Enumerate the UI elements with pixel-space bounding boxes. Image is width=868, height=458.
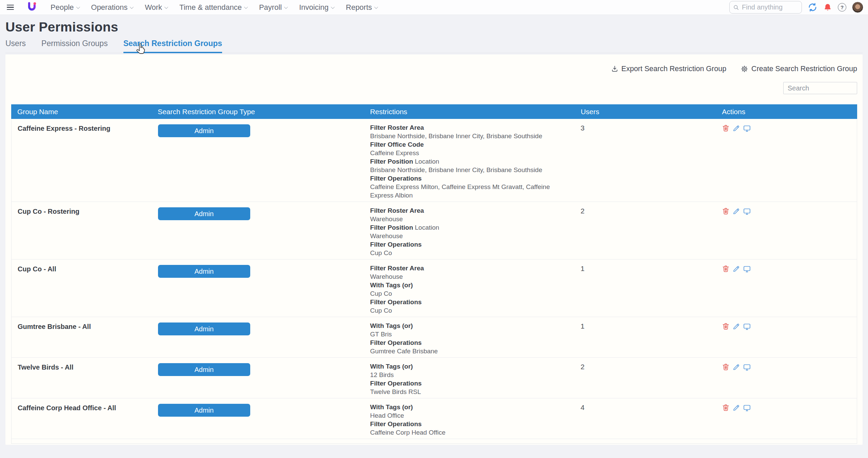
group-type-badge[interactable]: Admin — [158, 322, 250, 335]
export-search-restriction-group-button[interactable]: Export Search Restriction Group — [611, 65, 727, 73]
edit-button[interactable] — [732, 363, 740, 396]
delete-button[interactable] — [722, 404, 730, 437]
devices-button[interactable] — [743, 207, 751, 257]
restriction-label: Filter Office Code — [370, 140, 569, 149]
chevron-down-icon — [76, 5, 80, 8]
restriction-value: Warehouse — [370, 272, 569, 281]
devices-button[interactable] — [743, 322, 751, 355]
group-name: Gumtree Brisbane - All — [18, 321, 91, 331]
trash-icon — [722, 404, 730, 412]
restriction-value: Cup Co — [370, 249, 569, 257]
group-type-badge[interactable]: Admin — [158, 363, 250, 376]
edit-button[interactable] — [732, 124, 740, 200]
table-row: Twelve Birds - All Admin With Tags (or)1… — [12, 358, 857, 398]
global-search-input[interactable] — [742, 3, 796, 11]
hamburger-menu-icon[interactable] — [6, 3, 15, 11]
restriction-label: Filter Operations — [370, 420, 569, 428]
nav-item-people[interactable]: People — [51, 3, 79, 12]
global-search[interactable] — [729, 1, 802, 14]
users-count: 1 — [580, 264, 585, 273]
restrictions-cell: Filter Roster AreaBrisbane Northside, Br… — [364, 119, 575, 202]
monitor-icon — [743, 124, 751, 132]
column-header-restrictions: Restrictions — [364, 108, 574, 116]
pencil-icon — [732, 322, 740, 330]
restriction-value: Caffeine Express — [370, 149, 569, 157]
nav-item-time-attendance[interactable]: Time & attendance — [179, 3, 247, 12]
devices-button[interactable] — [743, 265, 751, 315]
nav-item-work[interactable]: Work — [145, 3, 167, 12]
restriction-label: With Tags (or) — [370, 281, 569, 289]
nav-item-invoicing[interactable]: Invoicing — [299, 3, 334, 12]
users-count: 2 — [580, 362, 585, 371]
row-actions — [716, 119, 857, 202]
table-row: Cup Co - Rostering Admin Filter Roster A… — [12, 202, 857, 259]
tab-bar: Users Permission Groups Search Restricti… — [5, 39, 863, 53]
nav-item-operations[interactable]: Operations — [91, 3, 133, 12]
trash-icon — [722, 265, 730, 273]
app-logo[interactable] — [26, 2, 38, 13]
create-button-label: Create Search Restriction Group — [751, 65, 857, 73]
chevron-down-icon — [331, 5, 335, 8]
edit-button[interactable] — [732, 207, 740, 257]
trash-icon — [722, 207, 730, 215]
notifications-button[interactable] — [823, 3, 832, 12]
column-header-users: Users — [575, 108, 716, 116]
monitor-icon — [743, 265, 751, 273]
restriction-label: With Tags (or) — [370, 403, 569, 411]
trash-icon — [722, 124, 730, 132]
tab-permission-groups[interactable]: Permission Groups — [41, 39, 108, 53]
table-row: Caffeine Corp Head Office - All Admin Wi… — [12, 398, 857, 439]
nav-item-payroll[interactable]: Payroll — [259, 3, 287, 12]
monitor-icon — [743, 207, 751, 215]
user-avatar[interactable] — [852, 2, 863, 13]
users-count: 2 — [580, 206, 585, 215]
main-menu: People Operations Work Time & attendance… — [51, 3, 377, 12]
tab-search-restriction-groups[interactable]: Search Restriction Groups — [123, 39, 222, 53]
group-type-badge[interactable]: Admin — [158, 265, 250, 278]
delete-button[interactable] — [722, 207, 730, 257]
group-type-badge[interactable]: Admin — [158, 207, 250, 220]
logo-u-icon — [26, 2, 38, 13]
column-header-group-name: Group Name — [11, 108, 152, 116]
group-type-badge[interactable]: Admin — [158, 404, 250, 417]
delete-button[interactable] — [722, 265, 730, 315]
devices-button[interactable] — [743, 404, 751, 437]
help-button[interactable]: ? — [838, 3, 846, 12]
delete-button[interactable] — [722, 363, 730, 396]
table-footer-strip — [12, 439, 857, 443]
row-actions — [716, 202, 857, 259]
toolbar: Export Search Restriction Group Create S… — [5, 55, 863, 74]
group-name: Caffeine Corp Head Office - All — [18, 403, 116, 412]
nav-item-reports[interactable]: Reports — [346, 3, 377, 12]
devices-button[interactable] — [743, 363, 751, 396]
sync-button[interactable] — [808, 2, 817, 12]
monitor-icon — [743, 404, 751, 412]
restriction-label: With Tags (or) — [370, 362, 569, 371]
restriction-label: Filter Position Location — [370, 157, 569, 166]
chevron-down-icon — [130, 5, 134, 8]
edit-button[interactable] — [732, 265, 740, 315]
restrictions-cell: With Tags (or)Head OfficeFilter Operatio… — [364, 398, 575, 439]
restriction-value: Gumtree Cafe Brisbane — [370, 347, 569, 355]
devices-button[interactable] — [743, 124, 751, 200]
delete-button[interactable] — [722, 322, 730, 355]
trash-icon — [722, 363, 730, 371]
search-icon — [733, 4, 739, 11]
edit-button[interactable] — [732, 404, 740, 437]
download-icon — [611, 65, 618, 72]
table-search-input[interactable] — [783, 82, 857, 94]
create-search-restriction-group-button[interactable]: Create Search Restriction Group — [741, 65, 857, 73]
page-title: User Permissions — [5, 20, 863, 35]
nav-item-label: Time & attendance — [179, 3, 242, 12]
table-row: Gumtree Brisbane - All Admin With Tags (… — [12, 317, 857, 358]
restriction-label: Filter Position Location — [370, 223, 569, 232]
tab-users[interactable]: Users — [5, 39, 26, 53]
edit-button[interactable] — [732, 322, 740, 355]
users-count: 4 — [580, 403, 585, 412]
row-actions — [716, 317, 857, 357]
users-count: 1 — [580, 321, 585, 330]
restriction-value: Cup Co — [370, 289, 569, 298]
group-type-badge[interactable]: Admin — [158, 124, 250, 137]
delete-button[interactable] — [722, 124, 730, 200]
nav-item-label: Payroll — [259, 3, 282, 12]
